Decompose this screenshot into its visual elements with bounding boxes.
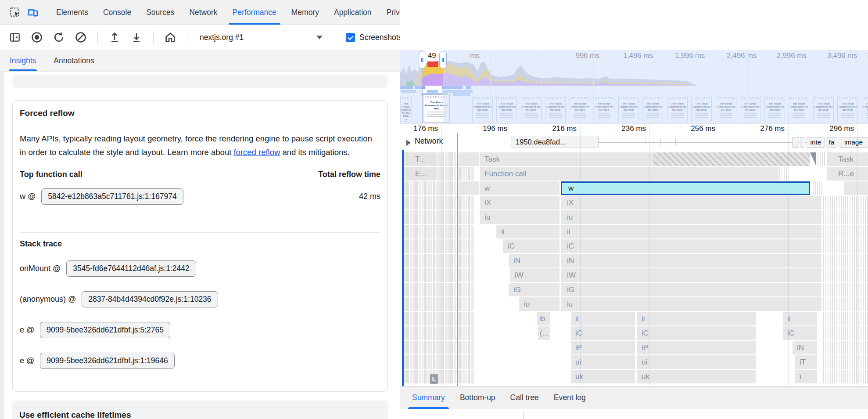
flame-event[interactable] bbox=[823, 326, 868, 340]
record-icon[interactable] bbox=[28, 29, 46, 46]
source-location-link[interactable]: 9099-5bee326dd621dfbf.js:1:19646 bbox=[40, 353, 174, 369]
flame-event[interactable]: iu bbox=[480, 210, 560, 224]
history-select[interactable]: nextjs.org #1 bbox=[195, 29, 327, 45]
selected-flame-event[interactable]: w bbox=[561, 181, 810, 195]
flame-event[interactable]: iC bbox=[503, 239, 560, 253]
forced-reflow-link[interactable]: forced reflow bbox=[233, 148, 280, 157]
flame-event[interactable] bbox=[823, 196, 868, 210]
inspect-icon[interactable] bbox=[6, 4, 24, 21]
tab-event-log[interactable]: Event log bbox=[546, 386, 593, 409]
tab-console[interactable]: Console bbox=[96, 0, 139, 25]
flame-event[interactable]: w bbox=[480, 181, 560, 195]
flame-event[interactable]: iT bbox=[795, 355, 817, 369]
flamechart-row: iGiG bbox=[400, 283, 868, 296]
flame-event[interactable]: iG bbox=[561, 283, 821, 296]
flame-event[interactable]: ui bbox=[637, 355, 756, 369]
flame-event[interactable] bbox=[459, 152, 479, 166]
flame-event-label: ib bbox=[539, 314, 545, 323]
time-cursor-line bbox=[457, 133, 458, 386]
tab-annotations[interactable]: Annotations bbox=[54, 50, 94, 71]
flame-event[interactable]: iC bbox=[637, 326, 756, 340]
flame-event-label: iP bbox=[642, 343, 648, 352]
flame-event[interactable]: iX bbox=[480, 196, 560, 210]
flame-event[interactable]: ii bbox=[561, 225, 821, 238]
tab-application[interactable]: Application bbox=[326, 0, 379, 25]
flame-event[interactable] bbox=[813, 181, 823, 195]
flame-event[interactable] bbox=[459, 181, 479, 195]
device-toolbar-icon[interactable] bbox=[24, 4, 41, 21]
source-location-link[interactable]: 2837-84b4d4394cd0f92e.js:1:10236 bbox=[82, 291, 218, 307]
flame-event[interactable] bbox=[823, 370, 868, 383]
tab-insights[interactable]: Insights bbox=[10, 50, 36, 71]
flame-event[interactable]: T... bbox=[409, 152, 436, 166]
flame-event[interactable] bbox=[653, 152, 810, 166]
screenshots-checkbox[interactable]: Screenshots bbox=[346, 33, 402, 42]
flame-event[interactable] bbox=[823, 341, 868, 354]
toolbar-divider bbox=[153, 31, 154, 44]
flame-event[interactable] bbox=[823, 239, 868, 253]
flame-event[interactable]: (... bbox=[538, 326, 550, 340]
home-icon[interactable] bbox=[161, 29, 179, 46]
tab-network[interactable]: Network bbox=[182, 0, 225, 25]
flame-event[interactable] bbox=[844, 181, 868, 195]
flamechart-row: iXiX bbox=[400, 196, 868, 210]
tabbar-divider bbox=[45, 6, 45, 19]
flame-event[interactable]: iu bbox=[561, 210, 821, 224]
flame-event[interactable] bbox=[823, 268, 868, 282]
source-location-link[interactable]: 5842-e12b863a5c711761.js:1:167974 bbox=[41, 188, 183, 205]
summary-divider bbox=[523, 412, 524, 419]
flame-event[interactable]: iG bbox=[509, 283, 560, 296]
cache-lifetimes-card[interactable]: Use efficient cache lifetimes bbox=[12, 401, 388, 419]
download-profile-icon[interactable] bbox=[128, 29, 145, 46]
flame-event[interactable] bbox=[823, 312, 868, 325]
reload-record-icon[interactable] bbox=[50, 29, 68, 46]
flame-event[interactable]: iP bbox=[637, 341, 756, 354]
flame-event[interactable]: iW bbox=[561, 268, 821, 282]
flame-event-label: T... bbox=[415, 155, 425, 164]
flame-event[interactable]: iu bbox=[561, 297, 821, 311]
tab-performance[interactable]: Performance bbox=[225, 0, 284, 25]
flame-event[interactable] bbox=[818, 152, 825, 166]
flame-event[interactable]: E... bbox=[409, 167, 436, 181]
flamechart-row: iiii bbox=[400, 225, 868, 238]
flame-event[interactable] bbox=[823, 355, 868, 369]
flame-event[interactable]: iu bbox=[519, 297, 560, 311]
flame-event[interactable] bbox=[810, 152, 816, 166]
flame-event[interactable]: Task bbox=[480, 152, 653, 166]
main-thread-flamechart[interactable]: T...TaskTaskE...Function callR...ewwiXiX… bbox=[400, 0, 868, 386]
tab-elements[interactable]: Elements bbox=[49, 0, 96, 25]
flame-event[interactable]: iN bbox=[793, 341, 817, 354]
tab-bottom-up[interactable]: Bottom-up bbox=[452, 386, 503, 409]
tab-sources[interactable]: Sources bbox=[139, 0, 182, 25]
tab-summary[interactable]: Summary bbox=[405, 386, 452, 409]
tab-memory[interactable]: Memory bbox=[284, 0, 326, 25]
flame-event[interactable]: i bbox=[795, 370, 817, 383]
source-location-link[interactable]: 3545-fd6e7644112d46af.js:1:2442 bbox=[66, 260, 196, 277]
flame-event[interactable] bbox=[823, 225, 868, 238]
upload-profile-icon[interactable] bbox=[106, 29, 123, 46]
flame-event[interactable]: iW bbox=[510, 268, 560, 282]
flame-event[interactable] bbox=[823, 283, 868, 296]
flame-event[interactable]: iN bbox=[509, 254, 560, 267]
flame-event[interactable]: ii bbox=[496, 225, 560, 238]
flame-event[interactable] bbox=[823, 254, 868, 267]
flame-event[interactable]: Task bbox=[827, 152, 868, 166]
flame-event[interactable]: R...e bbox=[827, 167, 868, 181]
toggle-sidebar-icon[interactable] bbox=[6, 29, 24, 46]
ruler-gridline bbox=[788, 124, 789, 386]
flame-event[interactable] bbox=[823, 297, 868, 311]
flame-event[interactable]: ib bbox=[537, 312, 550, 325]
flame-event[interactable]: iX bbox=[561, 196, 821, 210]
flame-event[interactable]: ii bbox=[637, 312, 756, 325]
flame-event[interactable]: uk bbox=[637, 370, 756, 383]
source-location-link[interactable]: 9099-5bee326dd621dfbf.js:5:2765 bbox=[40, 322, 170, 338]
clear-icon[interactable] bbox=[72, 29, 90, 46]
tab-call-tree[interactable]: Call tree bbox=[503, 386, 546, 409]
flame-event[interactable] bbox=[823, 210, 868, 224]
flame-event[interactable] bbox=[779, 167, 787, 181]
flame-event[interactable]: iC bbox=[561, 239, 821, 253]
flame-event[interactable]: Function call bbox=[480, 167, 778, 181]
scrolled-card-remnant[interactable] bbox=[12, 75, 388, 88]
track-edge-marker bbox=[402, 150, 404, 386]
flame-event[interactable]: iN bbox=[561, 254, 821, 267]
